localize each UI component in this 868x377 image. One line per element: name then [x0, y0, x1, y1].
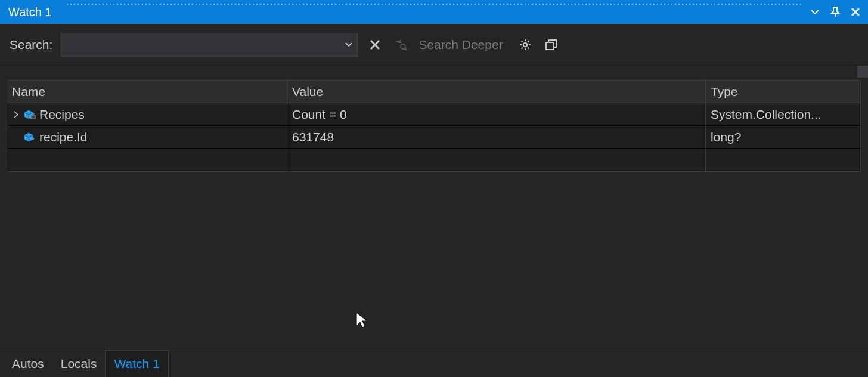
svg-rect-4 — [31, 115, 35, 118]
grid-cell-type[interactable]: System.Collection... — [706, 103, 861, 126]
chevron-down-icon[interactable] — [340, 42, 357, 47]
grid-cell-name[interactable]: recipe.Id — [7, 126, 287, 149]
svg-point-0 — [401, 44, 405, 49]
search-combo[interactable] — [61, 33, 358, 57]
grid-area: Name Value Type Recipes — [0, 66, 868, 350]
search-deeper-arrow-icon — [392, 36, 410, 54]
row-name: recipe.Id — [39, 130, 88, 144]
autohide-pin-icon[interactable] — [829, 5, 842, 18]
gear-icon[interactable] — [516, 36, 534, 54]
grid-cell-type[interactable]: long? — [706, 126, 861, 149]
grid-header-row: Name Value Type — [7, 81, 861, 103]
grid-cell-name[interactable]: Recipes — [7, 103, 287, 126]
titlebar[interactable]: Watch 1 — [0, 0, 868, 24]
cursor-icon — [355, 311, 370, 329]
object-locked-icon — [24, 109, 36, 120]
grid-header-name[interactable]: Name — [7, 81, 287, 103]
svg-point-1 — [523, 42, 526, 46]
search-deeper-button[interactable]: Search Deeper — [418, 38, 503, 52]
titlebar-gripper[interactable] — [66, 2, 802, 6]
watch-grid[interactable]: Name Value Type Recipes — [7, 80, 861, 172]
grid-cell-value-empty — [287, 149, 706, 171]
search-label: Search: — [10, 38, 52, 52]
watch-window: Watch 1 Search: Search D — [0, 0, 868, 377]
grid-header-type[interactable]: Type — [706, 81, 861, 103]
titlebar-title: Watch 1 — [8, 5, 52, 19]
object-member-icon — [24, 132, 36, 143]
tab-autos[interactable]: Autos — [4, 350, 52, 377]
grid-cell-value[interactable]: Count = 0 — [287, 103, 706, 126]
grid-header-value[interactable]: Value — [287, 81, 706, 103]
search-toolbar: Search: Search Deeper — [0, 24, 868, 66]
search-input[interactable] — [61, 38, 340, 51]
clear-search-icon[interactable] — [366, 36, 384, 54]
row-name: Recipes — [39, 107, 85, 122]
debug-tabstrip: Autos Locals Watch 1 — [0, 350, 868, 377]
window-position-dropdown-icon[interactable] — [808, 5, 822, 18]
grid-cell-type-empty — [706, 149, 861, 171]
grid-cell-name-empty[interactable] — [7, 149, 287, 171]
grid-row[interactable]: recipe.Id 631748 long? — [7, 126, 861, 149]
svg-rect-3 — [546, 42, 554, 50]
close-icon[interactable] — [849, 5, 862, 18]
windows-icon[interactable] — [542, 36, 560, 54]
tab-watch1[interactable]: Watch 1 — [105, 350, 168, 377]
grid-empty-row[interactable] — [7, 149, 861, 171]
expand-collapse-icon[interactable] — [12, 110, 20, 119]
grid-cell-value[interactable]: 631748 — [287, 126, 706, 149]
tab-locals[interactable]: Locals — [52, 350, 106, 377]
grid-row[interactable]: Recipes Count = 0 System.Collection... — [7, 103, 861, 126]
vertical-scrollbar[interactable] — [857, 66, 868, 78]
